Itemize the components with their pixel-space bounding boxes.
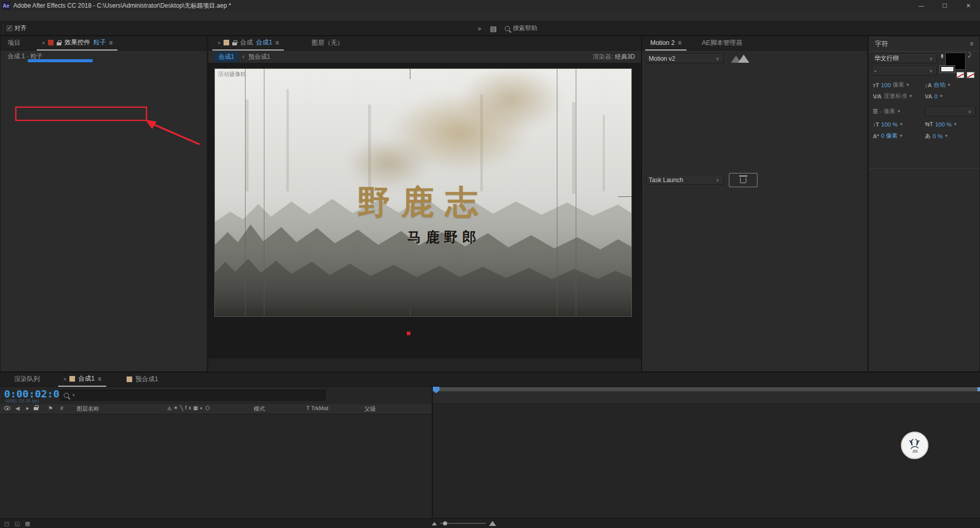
lock-icon[interactable] xyxy=(57,42,61,45)
kerning-field[interactable]: V⁄A度量标准▼ xyxy=(873,92,925,100)
tab-timeline-comp[interactable]: × 合成1 ≡ xyxy=(58,372,106,387)
timeline-search-input[interactable]: ▾ xyxy=(60,390,326,400)
horizontal-scale-field[interactable]: ⇆T100 %▼ xyxy=(925,121,977,128)
composition-tabs: × 合成 合成1 ≡ 图层（无） xyxy=(208,36,641,51)
font-size-field[interactable]: тT100 像素▼ xyxy=(873,81,925,89)
maximize-button[interactable]: ☐ xyxy=(933,0,957,11)
tool-bar: ✓ 对齐 » ▤ 搜索帮助 xyxy=(0,21,980,36)
number-column-label[interactable]: # xyxy=(60,405,63,411)
vertical-scale-field[interactable]: ↕T100 %▼ xyxy=(873,121,925,128)
tsume-field[interactable]: ☰- 像素▼ xyxy=(873,108,925,115)
close-tab-icon[interactable]: × xyxy=(217,40,220,46)
panel-menu-icon[interactable]: ≡ xyxy=(678,39,681,46)
snap-checkbox-icon[interactable]: ✓ xyxy=(7,26,12,31)
eye-column-icon[interactable] xyxy=(4,406,10,410)
baseline-shift-field[interactable]: Aª0 像素▼ xyxy=(873,132,925,140)
tab-timeline-comp-label: 合成1 xyxy=(78,374,94,383)
guide-line[interactable] xyxy=(576,69,576,316)
search-help[interactable]: 搜索帮助 xyxy=(505,24,537,33)
no-fill-swatch[interactable] xyxy=(957,72,964,78)
zoom-in-icon[interactable] xyxy=(489,521,496,526)
center-tick xyxy=(410,69,410,79)
swap-colors-icon[interactable]: ⤸ xyxy=(968,52,971,58)
eyedropper-icon[interactable]: ✒ xyxy=(938,54,946,59)
label-column-icon[interactable]: ⚑ xyxy=(48,405,53,412)
name-column-label[interactable]: 图层名称 xyxy=(77,405,99,413)
panel-menu-icon[interactable]: ▤ xyxy=(487,22,500,35)
audio-column-icon[interactable]: ◀ xyxy=(15,405,19,412)
composition-image: 活动摄像机 野鹿志 马鹿野郎 xyxy=(214,68,632,317)
panel-menu-icon[interactable]: ≡ xyxy=(97,375,101,383)
tab-composition[interactable]: × 合成 合成1 ≡ xyxy=(212,36,284,51)
switches-column-icons[interactable]: ◬☀╲fx▦◐⬡ xyxy=(167,405,212,411)
breadcrumb-precomp[interactable]: 预合成1 xyxy=(249,53,271,61)
panel-menu-icon[interactable]: ≡ xyxy=(109,39,112,46)
trash-icon xyxy=(740,178,746,183)
mountains-icon[interactable] xyxy=(731,55,751,63)
panel-menu-icon[interactable]: ≡ xyxy=(275,39,279,46)
tracking-field[interactable]: VA0▼ xyxy=(925,93,977,99)
breadcrumb-comp1[interactable]: 合成1 xyxy=(214,52,238,62)
tab-script-manager[interactable]: AE脚本管理器 xyxy=(695,39,749,47)
annotation-arrow-head xyxy=(145,120,157,129)
guide-line[interactable] xyxy=(264,69,264,316)
tab-effect-controls[interactable]: × 效果控件 粒子 ≡ xyxy=(37,36,117,51)
tab-timeline-precomp[interactable]: 预合成1 xyxy=(119,375,165,384)
lock-icon[interactable] xyxy=(232,42,237,45)
close-tab-icon[interactable]: × xyxy=(63,376,66,382)
timeline-tabs: 渲染队列 × 合成1 ≡ 预合成1 xyxy=(0,372,980,387)
tab-render-queue[interactable]: 渲染队列 xyxy=(7,375,47,384)
annotation-arrow-line xyxy=(153,124,200,144)
task-launch-select[interactable]: Task Launch∨ xyxy=(646,175,724,185)
trkmat-column-label[interactable]: T TrkMat xyxy=(306,405,328,411)
layer-anchor-marker[interactable] xyxy=(407,332,410,335)
no-stroke-swatch[interactable] xyxy=(967,72,974,78)
search-icon xyxy=(505,26,510,31)
guide-line[interactable] xyxy=(557,69,557,316)
tab-project[interactable]: 项目 xyxy=(1,39,28,47)
close-button[interactable]: ✕ xyxy=(957,0,980,11)
guide-line[interactable] xyxy=(245,69,246,316)
composition-viewer[interactable]: 活动摄像机 野鹿志 马鹿野郎 xyxy=(208,63,641,358)
renderer-label[interactable]: 渲染器:经典3D xyxy=(593,53,635,61)
comp-color-swatch xyxy=(224,40,229,45)
zoom-knob[interactable] xyxy=(443,521,447,525)
stroke-color-swatch[interactable] xyxy=(940,66,954,72)
font-style-select[interactable]: -∨ xyxy=(872,66,937,76)
timeline-tracks xyxy=(432,387,980,518)
time-ruler[interactable] xyxy=(433,391,980,404)
work-area-bar[interactable] xyxy=(433,387,980,391)
search-icon xyxy=(64,393,69,398)
tab-layer-viewer[interactable]: 图层（无） xyxy=(304,39,351,47)
font-family-select[interactable]: 华文行楷∨ xyxy=(872,54,937,63)
proportional-spacing-field[interactable]: あ0 %▼ xyxy=(925,132,977,140)
effect-controls-panel: 项目 × 效果控件 粒子 ≡ 合成 1 · 粒子 xyxy=(0,36,207,372)
deer-watermark-badge xyxy=(901,432,928,459)
snap-label: 对齐 xyxy=(14,24,27,33)
expand-icon[interactable]: ◳ xyxy=(4,520,9,527)
lock-column-icon[interactable] xyxy=(34,407,38,410)
snap-toggle[interactable]: ✓ 对齐 xyxy=(7,24,27,33)
delete-button[interactable] xyxy=(729,173,757,187)
section-character[interactable]: 字符 ≡ xyxy=(869,36,979,52)
annotation-red-box xyxy=(16,107,146,120)
parent-column-label[interactable]: 父级 xyxy=(364,405,376,413)
workspace-overflow[interactable]: » xyxy=(473,22,486,35)
window-title: Adobe After Effects CC 2018 - C:\Users\A… xyxy=(13,2,231,10)
composition-title-text: 野鹿志 xyxy=(357,180,489,224)
renderer-value: 经典3D xyxy=(615,53,635,60)
close-tab-icon[interactable]: × xyxy=(42,40,45,46)
leading-field[interactable]: ↕A自动▼ xyxy=(925,81,977,89)
mode-column-label[interactable]: 模式 xyxy=(254,405,265,413)
grid-icon[interactable]: ▦ xyxy=(25,520,30,527)
solo-column-icon[interactable]: ● xyxy=(26,405,29,411)
timeline-zoom-slider[interactable] xyxy=(432,521,496,526)
motion-version-select[interactable]: Motion v2∨ xyxy=(646,54,724,63)
panel-menu-icon[interactable]: ≡ xyxy=(970,40,973,47)
tab-motion2-label: Motion 2 xyxy=(650,39,675,46)
tab-motion2[interactable]: Motion 2 ≡ xyxy=(645,36,687,51)
anti-alias-select[interactable]: ∨ xyxy=(925,107,976,116)
zoom-out-icon[interactable] xyxy=(432,522,437,525)
minimize-button[interactable]: — xyxy=(910,0,933,11)
shrink-icon[interactable]: ◱ xyxy=(14,520,19,527)
